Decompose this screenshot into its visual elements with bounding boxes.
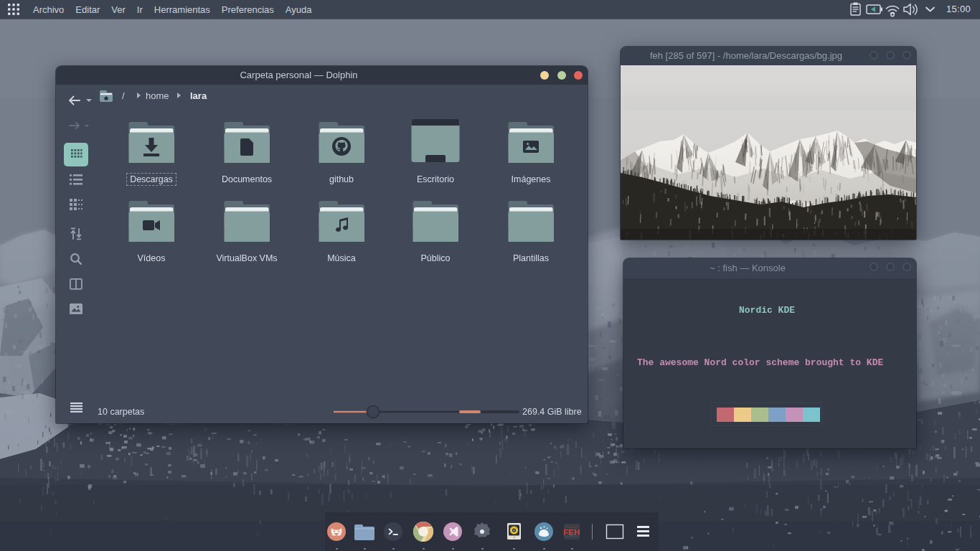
- svg-text:FEH: FEH: [564, 528, 580, 537]
